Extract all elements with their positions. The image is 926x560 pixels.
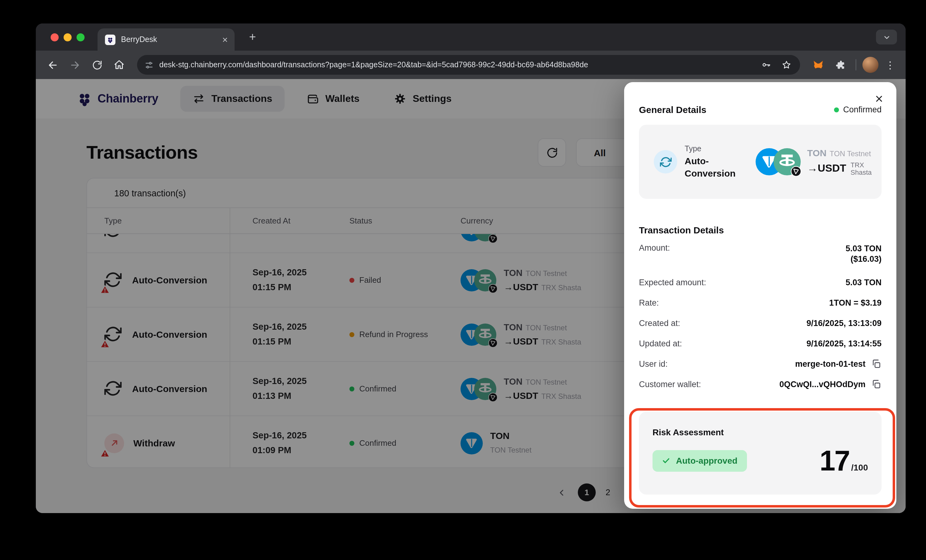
tab-search-button[interactable]	[876, 30, 897, 44]
close-window-button[interactable]	[51, 33, 59, 41]
browser-toolbar: desk-stg.chainberry.com/dashboard/transa…	[36, 51, 906, 79]
minimize-window-button[interactable]	[64, 33, 72, 41]
field-rate: Rate: 1TON = $3.19	[639, 293, 882, 313]
webpage: Chainberry Transactions Wallets Settings	[36, 79, 906, 513]
password-key-icon[interactable]	[759, 58, 773, 72]
forward-icon[interactable]	[65, 56, 84, 74]
type-value: Auto-Conversion	[685, 155, 744, 179]
browser-tab-strip: BerryDesk +	[36, 23, 906, 51]
field-user-id: User id: merge-ton-01-test	[639, 354, 882, 374]
status-dot	[834, 107, 839, 112]
screen: BerryDesk +	[0, 0, 926, 560]
maximize-window-button[interactable]	[77, 33, 85, 41]
auto-conversion-icon	[654, 150, 677, 174]
field-customer-wallet: Customer wallet: 0QCwQI...vQHOdDym	[639, 374, 882, 395]
reload-icon[interactable]	[88, 56, 106, 74]
copy-wallet-icon[interactable]	[871, 379, 882, 390]
type-label: Type	[685, 144, 744, 153]
transaction-details-title: Transaction Details	[639, 225, 882, 235]
transaction-fields: Amount: 5.03 TON($16.03) Expected amount…	[639, 243, 882, 395]
new-tab-button[interactable]: +	[244, 30, 260, 46]
site-info-icon[interactable]	[144, 60, 154, 70]
browser-menu-icon[interactable]: ⋮	[882, 59, 898, 71]
profile-avatar[interactable]	[862, 57, 879, 73]
toolbar-divider	[856, 59, 856, 70]
risk-score: 17/100	[820, 444, 868, 477]
tab-title: BerryDesk	[121, 35, 216, 44]
general-details-header: General Details Confirmed	[639, 104, 882, 115]
risk-assessment-title: Risk Assessment	[652, 427, 868, 437]
check-icon	[662, 456, 670, 465]
metamask-extension-icon[interactable]	[809, 56, 827, 74]
browser-window: BerryDesk +	[36, 23, 906, 513]
close-panel-button[interactable]	[870, 90, 887, 107]
general-details-title: General Details	[639, 104, 706, 115]
field-amount: Amount: 5.03 TON($16.03)	[639, 243, 882, 272]
close-icon	[874, 94, 884, 103]
type-summary-card: Type Auto-Conversion TONTON Testnet →	[639, 125, 882, 199]
field-expected-amount: Expected amount: 5.03 TON	[639, 272, 882, 293]
tron-badge-icon	[791, 166, 802, 177]
address-bar[interactable]: desk-stg.chainberry.com/dashboard/transa…	[137, 55, 800, 75]
transaction-detail-panel: General Details Confirmed Type Auto-Conv…	[624, 82, 896, 509]
field-updated-at: Updated at: 9/16/2025, 13:14:55	[639, 333, 882, 354]
usdt-coin-icon	[774, 148, 801, 176]
back-icon[interactable]	[43, 56, 62, 74]
extensions-puzzle-icon[interactable]	[831, 56, 849, 74]
home-icon[interactable]	[110, 56, 129, 74]
bookmark-star-icon[interactable]	[779, 58, 794, 72]
conversion-route: TONTON Testnet →USDT TRXShasta	[807, 147, 872, 176]
berrydesk-favicon-icon	[105, 34, 115, 45]
copy-user-id-icon[interactable]	[871, 359, 882, 369]
browser-tab[interactable]: BerryDesk	[98, 29, 235, 51]
field-created-at: Created at: 9/16/2025, 13:13:09	[639, 313, 882, 333]
url-text[interactable]: desk-stg.chainberry.com/dashboard/transa…	[159, 61, 753, 69]
risk-assessment-card: Risk Assessment Auto-approved 17/100	[639, 412, 882, 495]
window-controls	[51, 33, 85, 41]
auto-approved-badge: Auto-approved	[652, 450, 747, 471]
close-tab-icon[interactable]	[222, 36, 228, 43]
